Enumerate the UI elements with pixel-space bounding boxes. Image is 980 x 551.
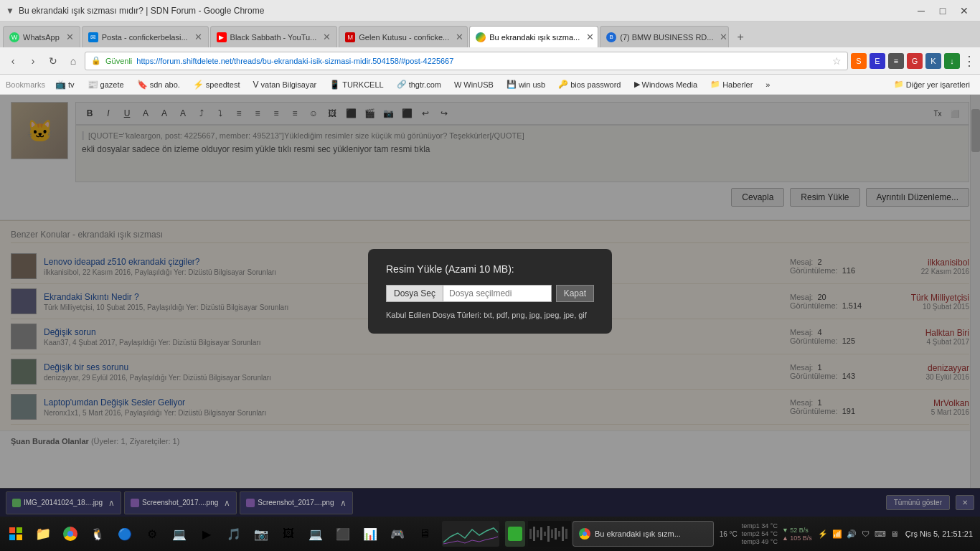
taskbar-active-app[interactable]: Bu ekrandaki ışık sızm... — [573, 521, 714, 547]
taskbar-files[interactable]: 📁 — [30, 521, 56, 547]
bmw-tab-icon: B — [606, 32, 616, 42]
tab-posta[interactable]: ✉ Posta - confickerbelasi... ✕ — [82, 26, 209, 47]
bookmark-sdn[interactable]: 🔖 sdn abo. — [133, 78, 184, 91]
close-button[interactable]: ✕ — [954, 3, 974, 19]
close-all-button[interactable]: ✕ — [956, 495, 974, 510]
tab-forum[interactable]: Bu ekrandaki ışık sızma... ✕ — [469, 26, 598, 47]
gelen-tab-icon: M — [345, 32, 355, 42]
display-icon[interactable]: 🖥 — [888, 527, 901, 540]
address-url: https://forum.shiftdelete.net/threads/bu… — [136, 57, 453, 65]
tab-blacksabbath[interactable]: ▶ Black Sabbath - YouTu... ✕ — [210, 26, 338, 47]
forward-button[interactable]: › — [24, 52, 42, 70]
bookmark-gazete[interactable]: 📰 gazete — [83, 78, 128, 91]
taskbar-icon-11[interactable]: 🖼 — [275, 521, 301, 547]
taskbar-icon-15[interactable]: 🎮 — [385, 521, 410, 547]
bookmark-star-icon[interactable]: ☆ — [832, 55, 842, 67]
bookmark-turkcell[interactable]: 📱 TURKCELL — [325, 78, 387, 91]
tab-blacksabbath-close[interactable]: ✕ — [323, 32, 331, 42]
bookmark-speedtest[interactable]: ⚡ speedtest — [189, 78, 245, 91]
reload-button[interactable]: ↻ — [44, 52, 62, 70]
maximize-button[interactable]: □ — [933, 3, 953, 19]
address-bar: ‹ › ↻ ⌂ 🔒 Güvenli https://forum.shiftdel… — [0, 47, 980, 75]
sys-icons: ⚡ 📶 🔊 🛡 ⌨ 🖥 — [816, 527, 901, 540]
accepted-values: txt, pdf, png, jpg, jpeg, jpe, gif — [484, 311, 587, 319]
upload-modal: Resim Yükle (Azami 10 MB): Dosya Seç Dos… — [368, 249, 612, 334]
taskbar-icon-5[interactable]: 🔵 — [112, 521, 138, 547]
address-input[interactable]: 🔒 Güvenli https://forum.shiftdelete.net/… — [85, 52, 848, 70]
taskbar-icon-14[interactable]: 📊 — [357, 521, 383, 547]
tab-gelen[interactable]: M Gelen Kutusu - conficke... ✕ — [339, 26, 468, 47]
svg-rect-14 — [565, 529, 567, 539]
preview-ss1[interactable]: Screenshot_2017....png ∧ — [124, 491, 237, 514]
preview-img1[interactable]: IMG_20141024_18....jpg ∧ — [6, 491, 121, 514]
tab-forum-label: Bu ekrandaki ışık sızma... — [489, 33, 580, 42]
ext-icon-2[interactable]: E — [870, 53, 885, 69]
taskbar: 📁 🐧 🔵 ⚙ 💻 ▶ 🎵 📷 🖼 💻 ⬛ 📊 🎮 🖥 — [0, 517, 980, 551]
taskbar-icon-6[interactable]: ⚙ — [139, 521, 165, 547]
chrome-menu-btn[interactable]: ⋮ — [963, 53, 976, 69]
kapat-button[interactable]: Kapat — [556, 285, 594, 302]
taskbar-icon-8[interactable]: ▶ — [194, 521, 220, 547]
tab-bmw-close[interactable]: ✕ — [720, 32, 727, 42]
ext-icon-5[interactable]: K — [925, 53, 941, 69]
taskbar-icon-9[interactable]: 🎵 — [221, 521, 247, 547]
preview-img1-close[interactable]: ∧ — [108, 498, 115, 508]
power-icon[interactable]: ⚡ — [816, 527, 829, 540]
taskbar-start[interactable] — [3, 521, 29, 547]
shield-icon[interactable]: 🛡 — [859, 527, 872, 540]
new-tab-button[interactable]: + — [730, 27, 750, 47]
tab-whatsapp[interactable]: W WhatsApp ✕ — [3, 26, 80, 47]
tab-posta-close[interactable]: ✕ — [194, 32, 202, 42]
taskbar-icon-10[interactable]: 📷 — [248, 521, 274, 547]
bookmark-more[interactable]: » — [761, 79, 774, 90]
tab-bmw[interactable]: B (7) BMW BUSINESS RD... ✕ — [600, 26, 729, 47]
ext-icon-4[interactable]: G — [907, 53, 923, 69]
chrome-menu-icon[interactable]: ▼ — [6, 6, 14, 16]
keyboard-icon[interactable]: ⌨ — [874, 527, 887, 540]
bookmark-winusb2[interactable]: 💾 win usb — [502, 78, 550, 90]
bookmark-haberler[interactable]: 📁 Haberler — [706, 78, 757, 90]
taskbar-icon-12[interactable]: 💻 — [303, 521, 329, 547]
tab-gelen-close[interactable]: ✕ — [456, 32, 463, 42]
show-all-button[interactable]: Tümünü göster — [886, 495, 950, 510]
preview-ss2-icon — [246, 499, 255, 507]
bookmark-winmedia[interactable]: ▶ Windows Media — [630, 78, 702, 90]
turkcell-icon: 📱 — [329, 80, 340, 90]
bookmark-bios[interactable]: 🔑 bios password — [554, 78, 625, 90]
choose-file-button[interactable]: Dosya Seç — [386, 285, 443, 302]
preview-ss2[interactable]: Screenshot_2017....png ∧ — [240, 491, 352, 514]
bookmark-diger[interactable]: 📁 Diğer yer işaretleri — [890, 78, 974, 90]
preview-ss2-close[interactable]: ∧ — [340, 498, 347, 508]
clock[interactable]: Çrş Nis 5, 21:51:21 — [905, 529, 973, 538]
taskbar-icon-16[interactable]: 🖥 — [412, 521, 438, 547]
taskbar-chrome[interactable] — [57, 521, 83, 547]
svg-rect-12 — [558, 531, 560, 537]
tab-whatsapp-close[interactable]: ✕ — [66, 32, 74, 42]
taskbar-icon-13[interactable]: ⬛ — [330, 521, 356, 547]
taskbar-icon-4[interactable]: 🐧 — [85, 521, 110, 547]
tab-gelen-label: Gelen Kutusu - conficke... — [359, 33, 449, 42]
svg-rect-11 — [555, 528, 557, 540]
bookmark-tv-label: tv — [68, 80, 75, 89]
taskbar-icon-7[interactable]: 💻 — [166, 521, 192, 547]
sound-icon[interactable]: 🔊 — [845, 527, 858, 540]
title-bar-left: ▼ Bu ekrandaki ışık sızması mıdır? | SDN… — [6, 6, 264, 16]
taskbar-right: 16 °C temp1 34 °C temp2 54 °C temp3 49 °… — [715, 522, 977, 545]
tab-forum-close[interactable]: ✕ — [586, 32, 594, 42]
bookmark-tv[interactable]: 📺 tv — [51, 78, 79, 91]
ext-icon-1[interactable]: S — [851, 53, 867, 69]
temps-detail: temp1 34 °C temp2 54 °C temp3 49 °C — [742, 522, 778, 545]
home-button[interactable]: ⌂ — [65, 52, 82, 70]
ext-icon-3[interactable]: ≡ — [888, 53, 904, 69]
bookmark-vatan[interactable]: V vatan Bilgisayar — [249, 78, 321, 91]
minimize-button[interactable]: ─ — [911, 3, 931, 19]
active-app-indicator[interactable] — [505, 521, 525, 547]
speedtest-icon: ⚡ — [193, 80, 204, 90]
active-app-icon — [508, 527, 522, 541]
preview-ss1-close[interactable]: ∧ — [224, 498, 230, 508]
back-button[interactable]: ‹ — [4, 52, 22, 70]
network-icon[interactable]: 📶 — [831, 527, 844, 540]
bookmark-winusb[interactable]: W WinUSB — [450, 79, 498, 90]
bookmark-thgtr[interactable]: 🔗 thgtr.com — [392, 78, 446, 90]
ext-icon-6[interactable]: ↓ — [944, 53, 960, 69]
